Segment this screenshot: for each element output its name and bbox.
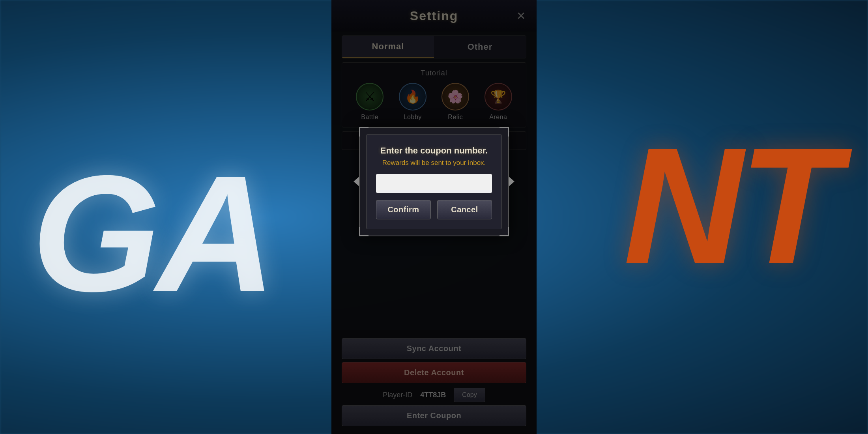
- battle-icon: ⚔: [356, 83, 383, 110]
- cancel-button[interactable]: Cancel: [437, 200, 492, 219]
- bottom-section: Sync Account Delete Account Player-ID 4T…: [331, 330, 537, 434]
- player-id-row: Player-ID 4TT8JB Copy: [342, 388, 526, 402]
- dialog-corner-br: [499, 227, 509, 236]
- tutorial-section: Tutorial ⚔ Battle 🔥 Lobby 🌸 Relic 🏆 Aren…: [342, 62, 526, 127]
- dialog-arrow-left: [354, 177, 359, 186]
- tutorial-label: Tutorial: [348, 69, 520, 77]
- confirm-button[interactable]: Confirm: [376, 200, 431, 219]
- tutorial-icons: ⚔ Battle 🔥 Lobby 🌸 Relic 🏆 Arena: [348, 83, 520, 121]
- player-id-value: 4TT8JB: [420, 391, 446, 399]
- dialog-corner-tr: [499, 127, 509, 137]
- tutorial-item-arena[interactable]: 🏆 Arena: [485, 83, 512, 121]
- tutorial-item-battle[interactable]: ⚔ Battle: [356, 83, 383, 121]
- dialog-subtitle: Rewards will be sent to your inbox.: [382, 159, 486, 167]
- tutorial-item-lobby[interactable]: 🔥 Lobby: [399, 83, 427, 121]
- arena-label: Arena: [489, 114, 507, 121]
- dialog-buttons: Confirm Cancel: [376, 200, 492, 219]
- tab-other[interactable]: Other: [434, 36, 526, 58]
- player-id-label: Player-ID: [383, 391, 412, 399]
- bg-text-nt: NT: [623, 110, 836, 301]
- dialog-arrow-right: [509, 177, 514, 186]
- enter-coupon-button[interactable]: Enter Coupon: [342, 405, 526, 426]
- tab-normal[interactable]: Normal: [342, 36, 434, 58]
- battle-label: Battle: [361, 114, 378, 121]
- sync-account-button[interactable]: Sync Account: [342, 338, 526, 359]
- top-bar: Setting ✕: [331, 0, 537, 32]
- coupon-dialog: Enter the coupon number. Rewards will be…: [359, 127, 509, 236]
- coupon-input[interactable]: [376, 174, 492, 193]
- relic-icon: 🌸: [441, 83, 469, 110]
- bg-text-ga: GA: [32, 138, 272, 329]
- dialog-corner-tl: [359, 127, 369, 137]
- dialog-inner: Enter the coupon number. Rewards will be…: [366, 134, 502, 229]
- arena-icon: 🏆: [485, 83, 512, 110]
- lobby-label: Lobby: [404, 114, 422, 121]
- delete-account-button[interactable]: Delete Account: [342, 362, 526, 383]
- close-button[interactable]: ✕: [513, 8, 529, 24]
- dialog-corner-bl: [359, 227, 369, 236]
- settings-title: Setting: [410, 9, 458, 23]
- lobby-icon: 🔥: [399, 83, 427, 110]
- copy-button[interactable]: Copy: [454, 388, 485, 402]
- dialog-title: Enter the coupon number.: [380, 146, 488, 156]
- tutorial-item-relic[interactable]: 🌸 Relic: [441, 83, 469, 121]
- relic-label: Relic: [448, 114, 463, 121]
- tabs-container: Normal Other: [342, 36, 526, 58]
